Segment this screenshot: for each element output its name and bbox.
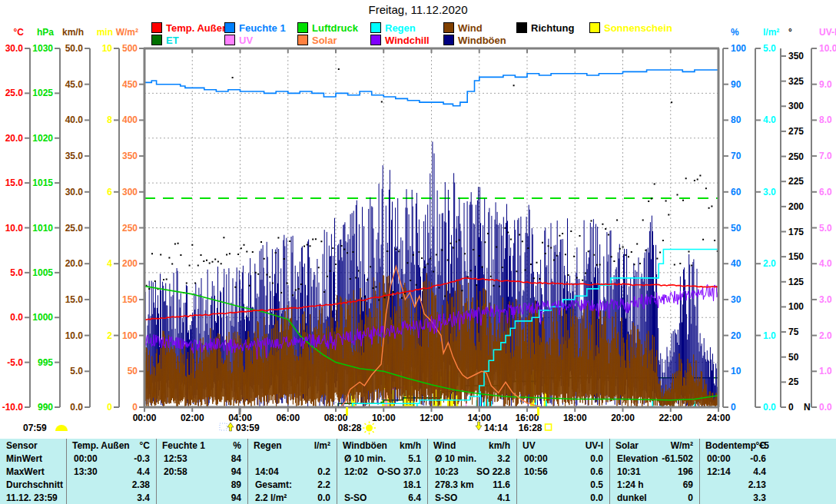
axis-tick-lm2: 3.0 xyxy=(763,187,776,197)
table-cell-value: SO 22.8 xyxy=(427,466,510,479)
axis-tick-wm2: 400 xyxy=(122,114,138,125)
x-axis-tick-label: 24:00 xyxy=(707,413,731,423)
axis-tick-min: 8 xyxy=(107,114,112,125)
axis-tick-kmh: 45.0 xyxy=(65,79,84,90)
table-cell-value: -0.3 xyxy=(66,453,150,466)
table-cell-value: -61.502 xyxy=(609,453,693,466)
axis-tick-wm2: 450 xyxy=(122,79,138,90)
table-column-unit: km/h xyxy=(427,439,510,453)
axis-tick-kmh: 25.0 xyxy=(65,223,84,234)
axis-tick-uvi: 10.0 xyxy=(819,43,836,54)
table-cell-value: 18.1 xyxy=(337,479,421,492)
axis-tick-deg: 0 xyxy=(788,402,794,413)
table-cell-value: 3.2 xyxy=(427,453,510,466)
axis-tick-pct: 0 xyxy=(731,402,736,413)
axis-tick-uvi: 7.0 xyxy=(819,151,832,161)
series-direction xyxy=(146,68,718,301)
axis-header-wm2: W/m² xyxy=(116,27,138,38)
x-axis-tick-label: 08:00 xyxy=(324,413,348,423)
axis-tick-temp: 10.0 xyxy=(5,223,24,234)
moonrise-time-label: 03:59 xyxy=(236,423,260,433)
axis-tick-deg: 325 xyxy=(788,76,804,87)
x-axis-tick-label: 02:00 xyxy=(181,413,204,423)
table-column-unit: W/m² xyxy=(609,439,693,453)
table-cell-value: 2.38 xyxy=(66,479,150,492)
axis-tick-kmh: 20.0 xyxy=(65,258,84,269)
table-column-unit: l/m² xyxy=(247,439,330,453)
table-cell-value: 4.1 xyxy=(427,492,510,504)
axis-tick-deg: 125 xyxy=(788,277,804,287)
x-axis-tick-label: 10:00 xyxy=(372,413,396,423)
table-cell-value: -0.6 xyxy=(699,453,766,466)
axis-tick-wm2: 300 xyxy=(122,187,138,197)
table-cell-value: 0.0 xyxy=(516,453,603,466)
axis-tick-deg: 225 xyxy=(788,176,804,187)
axis-tick-hpa: 1010 xyxy=(32,223,53,234)
table-cell-value: 6.4 xyxy=(337,492,421,504)
table-row-label: 11.12. 23:59 xyxy=(6,492,58,504)
axis-tick-temp: 15.0 xyxy=(5,177,24,188)
axis-header-temp: °C xyxy=(14,27,25,38)
sun-below-icon xyxy=(546,424,552,430)
axis-tick-pct: 10 xyxy=(731,366,741,376)
table-cell-value: 0.6 xyxy=(516,466,603,479)
axis-tick-wm2: 250 xyxy=(122,223,138,234)
axis-tick-min: 6 xyxy=(107,187,112,197)
axis-tick-deg: 350 xyxy=(788,51,804,61)
x-axis-tick-label: 00:00 xyxy=(133,413,157,423)
axis-tick-temp: 30.0 xyxy=(5,43,24,54)
axis-tick-min: 0 xyxy=(107,402,112,413)
table-cell-value: 94 xyxy=(156,492,241,504)
table-cell-value: 11.6 xyxy=(427,479,510,492)
axis-tick-uvi: 3.0 xyxy=(819,294,832,305)
x-axis-tick-label: 22:00 xyxy=(659,413,682,423)
table-cell-value: 0.2 xyxy=(247,466,330,479)
axis-tick-pct: 40 xyxy=(731,258,741,269)
axis-tick-hpa: 1005 xyxy=(32,267,53,278)
axis-tick-kmh: 40.0 xyxy=(65,114,84,125)
table-cell-value: 94 xyxy=(156,466,241,479)
table-cell-value: 0.0 xyxy=(516,492,603,504)
table-cell-value: 0 xyxy=(609,492,693,504)
axis-header-lm2: l/m² xyxy=(763,27,779,38)
x-axis-tick-label: 12:00 xyxy=(420,413,443,423)
table-row-label: MaxWert xyxy=(6,466,45,479)
axis-tick-kmh: 15.0 xyxy=(65,294,84,305)
table-cell-value: 2.13 xyxy=(699,479,766,492)
table-column-unit: km/h xyxy=(337,439,421,453)
axis-tick-deg: 200 xyxy=(788,201,804,212)
axis-tick-min: 4 xyxy=(107,258,112,269)
axis-header-deg: ° xyxy=(788,27,792,38)
day-length-label: 07:59 xyxy=(23,423,47,433)
axis-tick-hpa: 1000 xyxy=(32,312,53,323)
axis-tick-temp: -5.0 xyxy=(7,357,23,368)
axis-tick-kmh: 0.0 xyxy=(70,402,83,413)
axis-tick-uvi: 5.0 xyxy=(819,223,832,234)
axis-tick-wm2: 50 xyxy=(128,366,138,376)
axis-tick-deg: 50 xyxy=(788,352,799,363)
axis-tick-pct: 80 xyxy=(731,114,741,125)
weather-day-chart-page: Freitag, 11.12.2020 Temp. AußenFeuchte 1… xyxy=(0,0,836,504)
table-cell-value: 196 xyxy=(609,466,693,479)
table-cell-value: 89 xyxy=(156,479,241,492)
axis-tick-pct: 100 xyxy=(731,43,746,54)
axis-tick-pct: 60 xyxy=(731,187,741,197)
table-row-label: Sensor xyxy=(6,439,38,453)
table-cell-value: 3.4 xyxy=(66,492,150,504)
table-cell-value: 84 xyxy=(156,453,241,466)
axis-tick-uvi: 0.0 xyxy=(819,402,832,413)
axis-tick-deg: 25 xyxy=(788,376,799,387)
axis-tick-uvi: 8.0 xyxy=(819,114,832,125)
axis-tick-wm2: 500 xyxy=(122,43,138,54)
axis-tick-lm2: 1.0 xyxy=(763,330,776,341)
axis-tick-kmh: 35.0 xyxy=(65,151,84,161)
axis-tick-hpa: 1030 xyxy=(32,43,53,54)
x-axis-tick-label: 18:00 xyxy=(563,413,587,423)
table-column-unit: °C xyxy=(699,439,766,453)
axis-tick-lm2: 0.0 xyxy=(763,402,776,413)
x-axis-tick-label: 16:00 xyxy=(516,413,539,423)
moonset-time-label: 14:14 xyxy=(484,423,508,433)
axis-tick-deg: 300 xyxy=(788,101,804,111)
axis-tick-temp: 0.0 xyxy=(10,312,23,323)
axis-tick-hpa: 990 xyxy=(38,402,53,413)
